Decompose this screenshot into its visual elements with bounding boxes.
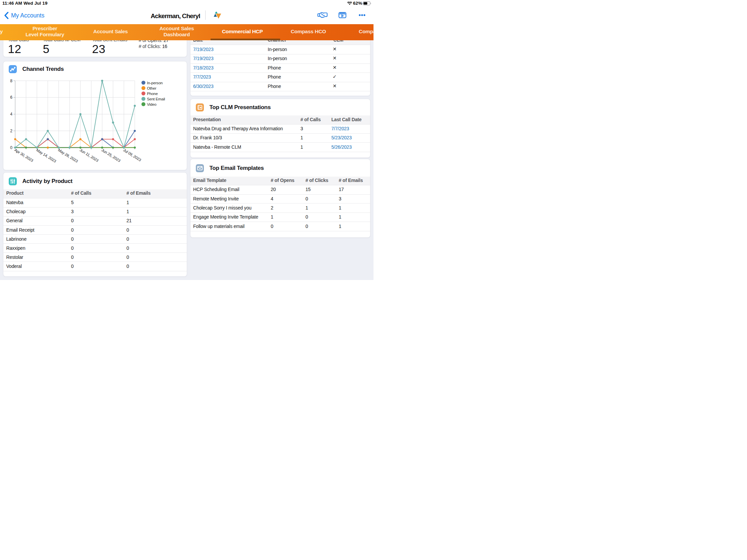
svg-text:4: 4 xyxy=(10,112,12,116)
svg-text:Other: Other xyxy=(147,86,156,90)
svg-text:Phone: Phone xyxy=(147,92,158,96)
svg-text:Jun 11, 2023: Jun 11, 2023 xyxy=(79,148,99,163)
svg-text:Jun 25, 2023: Jun 25, 2023 xyxy=(101,148,121,163)
svg-text:May 28, 2023: May 28, 2023 xyxy=(57,148,79,163)
svg-text:Apr 30, 2023: Apr 30, 2023 xyxy=(14,148,34,163)
svg-text:Video: Video xyxy=(147,102,156,106)
svg-text:In-person: In-person xyxy=(147,81,163,85)
svg-text:May 14, 2023: May 14, 2023 xyxy=(35,148,57,163)
svg-text:2: 2 xyxy=(10,129,12,133)
svg-text:8: 8 xyxy=(10,79,12,83)
svg-text:0: 0 xyxy=(10,145,12,150)
svg-text:Sent Email: Sent Email xyxy=(147,97,165,101)
svg-text:Jul 09, 2023: Jul 09, 2023 xyxy=(123,148,142,162)
svg-text:6: 6 xyxy=(10,95,12,100)
